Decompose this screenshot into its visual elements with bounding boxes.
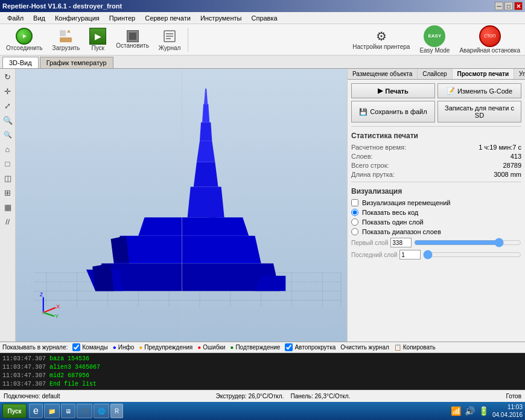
scale-tool[interactable]: ⤢ (1, 99, 14, 112)
gear-icon: ⚙ (376, 29, 387, 43)
menu-printer[interactable]: Принтер (104, 13, 140, 23)
taskbar-media[interactable]: 🖥 (61, 404, 75, 418)
warning-icon: ● (139, 344, 142, 351)
zoom-out-tool[interactable]: 🔍 (1, 128, 14, 141)
status-center: Экструдер: 26,0°С/Откл. Панель: 26,3°С/О… (216, 393, 351, 399)
svg-line-26 (43, 313, 54, 316)
taskbar-chrome[interactable]: 🌐 (94, 404, 109, 418)
disconnect-button[interactable]: ▶ Отсоединить (2, 26, 46, 53)
write-sd-button[interactable]: Записать для печати с SD (438, 101, 521, 122)
tab-placement[interactable]: Размещение объекта (348, 69, 418, 79)
viz-one-layer-radio[interactable] (351, 218, 358, 226)
turret (209, 217, 216, 222)
front-view[interactable]: □ (1, 157, 14, 170)
taskbar-repetier[interactable]: R (110, 404, 123, 418)
viz-movements-checkbox[interactable] (351, 199, 358, 206)
divider-1 (351, 126, 521, 127)
save-icon: 💾 (359, 108, 368, 116)
menu-tools[interactable]: Инструменты (196, 13, 247, 23)
viz-range: Показать диапазон слоев (351, 228, 521, 235)
3d-viewport[interactable]: Z X Y (16, 69, 347, 342)
log-autoscroll-checkbox[interactable] (285, 343, 293, 351)
log-info[interactable]: ● Инфо (113, 344, 135, 351)
line-tool[interactable]: // (1, 215, 14, 228)
menu-config[interactable]: Конфигурация (50, 13, 104, 23)
window-controls[interactable]: ─ □ ✕ (495, 2, 523, 10)
viz-range-radio[interactable] (351, 228, 358, 235)
move-tool[interactable]: ✛ (1, 84, 14, 98)
title-bar: Repetier-Host V1.6.1 - destroyer_front ─… (0, 0, 525, 12)
menu-file[interactable]: Файл (2, 13, 28, 23)
svg-text:X: X (56, 304, 60, 310)
first-layer-slider[interactable] (414, 238, 521, 247)
log-toolbar: Показывать в журнале: Команды ● Инфо ● П… (0, 342, 525, 353)
toolbar-right: ⚙ Настройки принтера EASY Easy Mode СТОП… (350, 24, 523, 55)
connect-icon: ▶ (16, 28, 33, 45)
log-warnings[interactable]: ● Предупреждения (139, 344, 192, 351)
minimize-button[interactable]: ─ (495, 2, 503, 10)
confirm-icon: ● (230, 344, 234, 351)
emergency-icon: СТОП (479, 25, 501, 47)
easy-mode-button[interactable]: EASY Easy Mode (417, 24, 452, 55)
last-layer-slider[interactable] (423, 250, 521, 259)
tab-temperature[interactable]: График температур (40, 57, 113, 68)
zoom-in-tool[interactable]: 🔍 (1, 113, 14, 127)
tab-print-preview[interactable]: Просмотр печати (453, 69, 515, 79)
print-start-button[interactable]: ▶ Печать (351, 83, 435, 98)
last-layer-row: Последний слой (351, 250, 521, 259)
view-tabs: 3D-Вид График температур (0, 56, 525, 69)
svg-text:Y: Y (55, 313, 59, 319)
home-view[interactable]: ⌂ (1, 142, 14, 156)
log-commands-checkbox[interactable] (72, 343, 80, 351)
edit-gcode-button[interactable]: 📝 Изменить G-Code (438, 83, 521, 98)
log-commands[interactable]: Команды (72, 343, 107, 351)
print-action-buttons: ▶ Печать 📝 Изменить G-Code (351, 83, 521, 98)
svg-point-28 (42, 311, 45, 314)
tower-peak (204, 89, 208, 104)
taskbar-right: 📶 🔊 🔋 11:03 04.04.2016 (451, 403, 523, 419)
tower-mid (194, 162, 218, 187)
svg-line-24 (43, 308, 56, 313)
vertical-guide (182, 69, 182, 342)
stats-title: Статистика печати (351, 132, 521, 140)
side-view[interactable]: ◫ (1, 171, 14, 185)
print-button[interactable]: ▶ Пуск (86, 26, 110, 53)
load-button[interactable]: Загрузить (49, 26, 84, 53)
toolbar-separator (188, 28, 188, 52)
log-confirm[interactable]: ● Подтверждение (230, 344, 280, 351)
menu-view[interactable]: Вид (28, 13, 50, 23)
grid-toggle[interactable]: ▦ (1, 200, 14, 214)
taskbar-ie[interactable]: e (29, 404, 43, 418)
viz-title: Визуализация (351, 187, 521, 196)
log-button[interactable]: Журнал (155, 26, 185, 53)
menu-server[interactable]: Сервер печати (140, 13, 196, 23)
maximize-button[interactable]: □ (504, 2, 513, 10)
first-layer-input[interactable] (390, 238, 412, 247)
log-errors[interactable]: ● Ошибки (197, 344, 225, 351)
extruder-status: Экструдер: 26,0°С/Откл. (216, 393, 284, 399)
taskbar-folder[interactable]: 📁 (44, 404, 60, 418)
close-button[interactable]: ✕ (514, 2, 523, 10)
save-file-button[interactable]: 💾 Сохранить в файл (351, 101, 435, 122)
log-autoscroll[interactable]: Автопрокрутка (285, 343, 336, 351)
tab-slicer[interactable]: Слайсер (418, 69, 452, 79)
right-panel-content: ▶ Печать 📝 Изменить G-Code 💾 Сохранить в… (348, 80, 525, 342)
settings-button[interactable]: ⚙ Настройки принтера (350, 28, 412, 51)
top-view[interactable]: ⊞ (1, 186, 14, 199)
rotate-tool[interactable]: ↻ (1, 70, 14, 83)
menu-help[interactable]: Справка (246, 13, 282, 23)
last-layer-input[interactable] (399, 250, 421, 259)
copy-log-button[interactable]: 📋 Копировать (394, 344, 436, 351)
stop-button[interactable]: Остановить (112, 28, 153, 51)
viz-movements: Визуализация перемещений (351, 199, 521, 206)
status-left: Подключено: default (4, 393, 60, 399)
taskbar-music[interactable]: 🎵 (77, 404, 92, 418)
tab-3d-view[interactable]: 3D-Вид (2, 57, 39, 68)
tab-control[interactable]: Управление (514, 69, 525, 79)
clear-log-button[interactable]: Очистить журнал (340, 344, 389, 351)
log-area: Показывать в журнале: Команды ● Инфо ● П… (0, 342, 525, 390)
viz-all-code-radio[interactable] (351, 209, 358, 216)
start-button[interactable]: Пуск (2, 404, 27, 418)
log-line-4: 11:03:47.307 End file list (2, 380, 523, 389)
emergency-stop-button[interactable]: СТОП Аварийная остановка (457, 24, 523, 55)
